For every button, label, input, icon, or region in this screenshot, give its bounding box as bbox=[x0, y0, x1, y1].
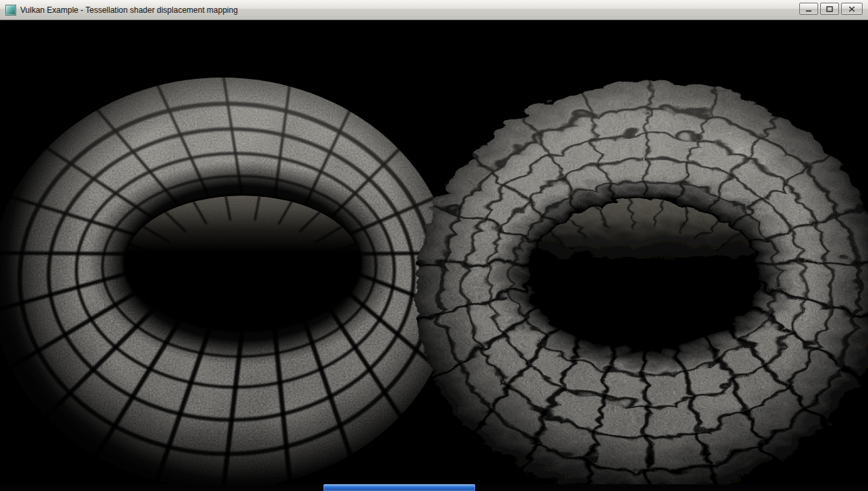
render-viewport[interactable] bbox=[0, 20, 868, 484]
torus-with-displacement bbox=[398, 64, 868, 484]
vulkan-3d-scene bbox=[0, 20, 868, 484]
taskbar-button[interactable] bbox=[323, 484, 475, 491]
app-window: Vulkan Example - Tessellation shader dis… bbox=[0, 0, 868, 491]
maximize-icon bbox=[826, 6, 833, 12]
maximize-button[interactable] bbox=[820, 3, 839, 15]
vulkan-app-icon bbox=[5, 5, 16, 16]
minimize-button[interactable] bbox=[799, 3, 818, 15]
window-title: Vulkan Example - Tessellation shader dis… bbox=[20, 5, 238, 15]
close-button[interactable] bbox=[841, 3, 863, 15]
window-controls bbox=[799, 3, 863, 15]
titlebar[interactable]: Vulkan Example - Tessellation shader dis… bbox=[0, 0, 868, 20]
taskbar-strip bbox=[0, 484, 868, 491]
close-icon bbox=[848, 6, 855, 12]
minimize-icon bbox=[805, 6, 812, 12]
